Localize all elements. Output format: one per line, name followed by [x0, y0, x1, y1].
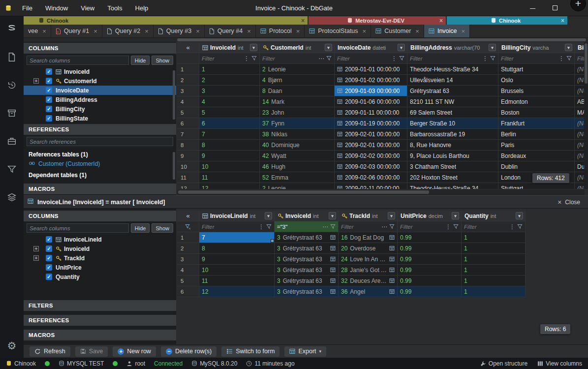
column-header-invoiceid[interactable]: InvoiceIdint▾ [275, 211, 339, 221]
cell-billingaddress[interactable]: 8210 111 ST NW [407, 96, 498, 107]
cell-billingaddress[interactable]: 69 Salem Street [407, 107, 498, 118]
cell-quantity[interactable]: 1 [462, 286, 526, 297]
row-number[interactable]: 11 [177, 172, 199, 183]
cell-billingcity[interactable]: Oslo [498, 75, 575, 86]
cell-invoiceid[interactable]: 9 [199, 151, 260, 161]
tab-vee[interactable]: vee× [24, 25, 51, 37]
status-chinook[interactable]: Chinook [6, 360, 36, 367]
history-icon[interactable] [6, 79, 18, 91]
cell-billingcity[interactable]: Dublin [498, 161, 575, 172]
cell-invoiceid[interactable]: 3Grétrystraat 63 [275, 243, 339, 254]
column-header-billingaddress[interactable]: BillingAddressvarchar(70▾ [407, 42, 498, 53]
cell-unitprice[interactable]: 0.99 [398, 276, 462, 286]
tab-protocol[interactable]: Protocol× [256, 25, 305, 37]
briefcase-icon[interactable] [6, 135, 18, 147]
filter-input-unitprice[interactable]: Filter⋮ [398, 221, 462, 232]
checkbox[interactable]: ✓ [46, 246, 52, 252]
row-number[interactable]: 12 [177, 183, 199, 189]
cell-invoicedate[interactable]: 2009-01-03 00:00:00 [335, 86, 407, 96]
tab-protocolstatus[interactable]: ProtocolStatus× [305, 25, 371, 37]
cell-billingaddress[interactable]: Barbarossastraße 19 [407, 129, 498, 140]
column-header-customerid[interactable]: CustomerIdint▾ [260, 42, 335, 53]
filter-input-billingcity[interactable]: Filter⋮ [498, 53, 575, 64]
close-group-icon[interactable]: × [301, 17, 305, 24]
cell-invoiceid[interactable]: 8 [199, 140, 260, 151]
column-tree-item-customerid[interactable]: +✓CustomerId [24, 76, 176, 86]
cell-billingaddress[interactable]: 8, Rue Hanovre [407, 140, 498, 151]
open-reference-icon[interactable] [330, 246, 336, 251]
cell-invoicedate[interactable]: 2009-02-01 00:00:00 [335, 140, 407, 151]
close-tab-icon[interactable]: × [296, 28, 300, 35]
cell-invoicedate[interactable]: 2009-01-01 00:00:00 [335, 64, 407, 75]
open-reference-icon[interactable] [330, 267, 336, 273]
close-tab-icon[interactable]: × [42, 28, 46, 35]
cell-invoiceid[interactable]: 3Grétrystraat 63 [275, 276, 339, 286]
filter-menu-icon[interactable]: ⋮ [482, 55, 488, 62]
refresh-button[interactable]: Refresh [30, 346, 70, 357]
tab-query-3[interactable]: Query #3× [154, 25, 205, 37]
cell-invoicedate[interactable]: 2009-01-11 00:00:00 [335, 107, 407, 118]
column-tree-item-invoiceid[interactable]: ✓InvoiceId [24, 67, 176, 76]
checkbox[interactable]: ✓ [46, 264, 52, 271]
cell-billingcity[interactable]: Brussels [498, 86, 575, 96]
menu-tools[interactable]: Tools [101, 0, 128, 16]
filter-input-billingaddress[interactable]: Filter⋮ [407, 53, 498, 64]
cell-invoicedate[interactable]: 2009-01-02 00:00:00 [335, 75, 407, 86]
filter-menu-icon[interactable]: ⋯ [381, 223, 387, 230]
cell-trackid[interactable]: 20Overdose [339, 243, 398, 254]
panel-scrollbar[interactable] [173, 152, 175, 180]
columns-section-header[interactable]: COLUMNS [24, 211, 176, 221]
open-reference-icon[interactable] [389, 289, 395, 294]
show-columns-button[interactable]: Show [152, 56, 173, 65]
cell-billingaddress[interactable]: Theodor-Heuss-Straße 34 [407, 64, 498, 75]
cell-invoiceid[interactable]: 1 [199, 64, 260, 75]
tab-customer[interactable]: Customer× [371, 25, 424, 37]
cell-trackid[interactable]: 16Dog Eat Dog [339, 232, 398, 243]
open-reference-icon[interactable] [330, 289, 336, 294]
cell-invoiceid[interactable]: 5 [199, 107, 260, 118]
cell-billingcity[interactable]: Stuttgart [498, 183, 575, 189]
column-menu-icon[interactable]: ▾ [265, 212, 272, 219]
checkbox[interactable]: ✓ [46, 106, 52, 112]
clear-filters-icon[interactable] [185, 224, 191, 230]
cell-invoiceid[interactable]: 7 [199, 129, 260, 140]
dbgate-logo-icon[interactable] [6, 23, 18, 35]
cell-customerid[interactable]: 23John [260, 107, 335, 118]
filter-input-customerid[interactable]: Filter⋯ [260, 53, 335, 64]
cell-customerid[interactable]: 40Dominique [260, 140, 335, 151]
column-tree-item-billingcity[interactable]: ✓BillingCity [24, 104, 176, 114]
cell-unitprice[interactable]: 0.99 [398, 254, 462, 265]
column-menu-icon[interactable]: ▾ [565, 44, 572, 51]
open-reference-icon[interactable] [389, 278, 395, 283]
cell-invoiceid[interactable]: 6 [199, 118, 260, 129]
row-number[interactable]: 5 [177, 107, 199, 118]
cell-invoicedate[interactable]: 2009-01-06 00:00:00 [335, 96, 407, 107]
status-root[interactable]: root [126, 360, 145, 367]
hide-columns-button[interactable]: Hide [131, 223, 150, 233]
cell-billingaddress[interactable]: 202 Hoxton Street [407, 172, 498, 183]
cell-billingaddress[interactable]: 9, Place Louis Barthou [407, 151, 498, 161]
cell-billingaddress[interactable]: Grétrystraat 63 [407, 86, 498, 96]
row-number[interactable]: 6 [177, 118, 199, 129]
tab-query-4[interactable]: Query #4× [205, 25, 256, 37]
funnel-icon[interactable] [517, 224, 523, 229]
cell-customerid[interactable]: 14Mark [260, 96, 335, 107]
cell-invoicedate[interactable]: 2009-02-01 00:00:00 [335, 129, 407, 140]
cell-customerid[interactable]: 2Leonie [260, 183, 335, 189]
hide-columns-button[interactable]: Hide [131, 56, 150, 65]
column-tree-item-invoicedate[interactable]: ✓InvoiceDate [24, 86, 176, 95]
filter-input-invoiceid[interactable]: Filter⋮ [199, 53, 260, 64]
maximize-button[interactable] [544, 0, 566, 16]
tab-invoice[interactable]: Invoice× [424, 25, 470, 37]
vertical-scrollbar[interactable] [584, 42, 588, 189]
column-header-invoiceid[interactable]: InvoiceIdint▾ [199, 42, 260, 53]
column-tree-item-invoicelineid[interactable]: ✓InvoiceLineId [24, 235, 176, 244]
checkbox[interactable]: ✓ [46, 236, 52, 243]
funnel-icon[interactable] [389, 224, 395, 229]
close-tab-icon[interactable]: × [247, 28, 251, 35]
status-indicator[interactable] [113, 361, 118, 366]
cell-invoicedate[interactable]: 2009-02-03 00:00:00 [335, 161, 407, 172]
tab-group-chinook-teal[interactable]: Chinook × [447, 16, 567, 25]
cell-quantity[interactable]: 1 [462, 254, 526, 265]
status-indicator[interactable] [45, 361, 50, 366]
